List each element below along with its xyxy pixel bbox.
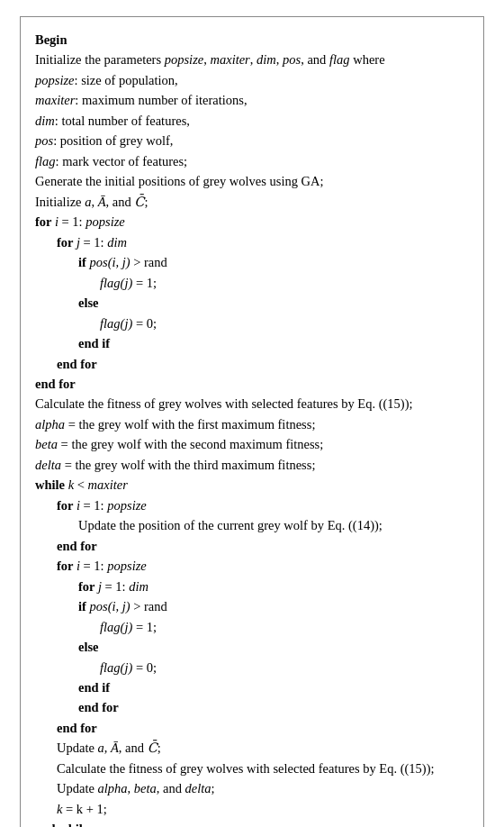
algorithm-line-24: end for <box>35 536 469 556</box>
algorithm-line-0: Initialize the parameters popsize, maxit… <box>35 50 469 69</box>
algorithm-line-2: maxiter: maximum number of iterations, <box>35 90 469 110</box>
algorithm-line-5: flag: mark vector of features; <box>35 151 469 171</box>
algorithm-line-30: flag(j) = 0; <box>35 658 469 677</box>
algorithm-line-10: if pos(i, j) > rand <box>35 252 469 272</box>
algorithm-line-3: dim: total number of features, <box>35 111 469 131</box>
algorithm-line-7: Initialize a, Ā, and C̄; <box>35 192 469 212</box>
algorithm-line-9: for j = 1: dim <box>35 232 469 252</box>
algorithm-line-4: pos: position of grey wolf, <box>35 131 469 150</box>
algorithm-line-26: for j = 1: dim <box>35 577 469 596</box>
algorithm-line-32: end for <box>35 697 469 717</box>
algorithm-line-33: end for <box>35 718 469 738</box>
algorithm-line-12: else <box>35 293 469 313</box>
algorithm-line-16: end for <box>35 374 469 394</box>
algorithm-body: Initialize the parameters popsize, maxit… <box>35 50 469 827</box>
algorithm-line-34: Update a, Ā, and C̄; <box>35 738 469 758</box>
algorithm-line-31: end if <box>35 677 469 697</box>
algorithm-line-1: popsize: size of population, <box>35 70 469 90</box>
algorithm-container: Begin Initialize the parameters popsize,… <box>20 16 484 827</box>
algorithm-line-13: flag(j) = 0; <box>35 314 469 333</box>
algorithm-line-36: Update alpha, beta, and delta; <box>35 778 469 798</box>
algorithm-line-17: Calculate the fitness of grey wolves wit… <box>35 394 469 414</box>
algorithm-line-22: for i = 1: popsize <box>35 495 469 515</box>
algorithm-line-19: beta = the grey wolf with the second max… <box>35 434 469 454</box>
algorithm-line-37: k = k + 1; <box>35 799 469 819</box>
algorithm-line-6: Generate the initial positions of grey w… <box>35 171 469 191</box>
algorithm-line-20: delta = the grey wolf with the third max… <box>35 455 469 475</box>
algorithm-line-18: alpha = the grey wolf with the first max… <box>35 414 469 434</box>
algorithm-line-21: while k < maxiter <box>35 475 469 495</box>
algorithm-line-38: end while <box>35 819 469 827</box>
algorithm-line-28: flag(j) = 1; <box>35 617 469 637</box>
algorithm-line-14: end if <box>35 333 469 353</box>
algorithm-title: Begin <box>35 30 469 50</box>
algorithm-line-23: Update the position of the current grey … <box>35 515 469 535</box>
algorithm-line-11: flag(j) = 1; <box>35 273 469 293</box>
algorithm-line-15: end for <box>35 354 469 374</box>
algorithm-line-25: for i = 1: popsize <box>35 556 469 576</box>
algorithm-line-8: for i = 1: popsize <box>35 212 469 232</box>
algorithm-line-27: if pos(i, j) > rand <box>35 596 469 616</box>
algorithm-line-35: Calculate the fitness of grey wolves wit… <box>35 759 469 778</box>
algorithm-line-29: else <box>35 637 469 657</box>
